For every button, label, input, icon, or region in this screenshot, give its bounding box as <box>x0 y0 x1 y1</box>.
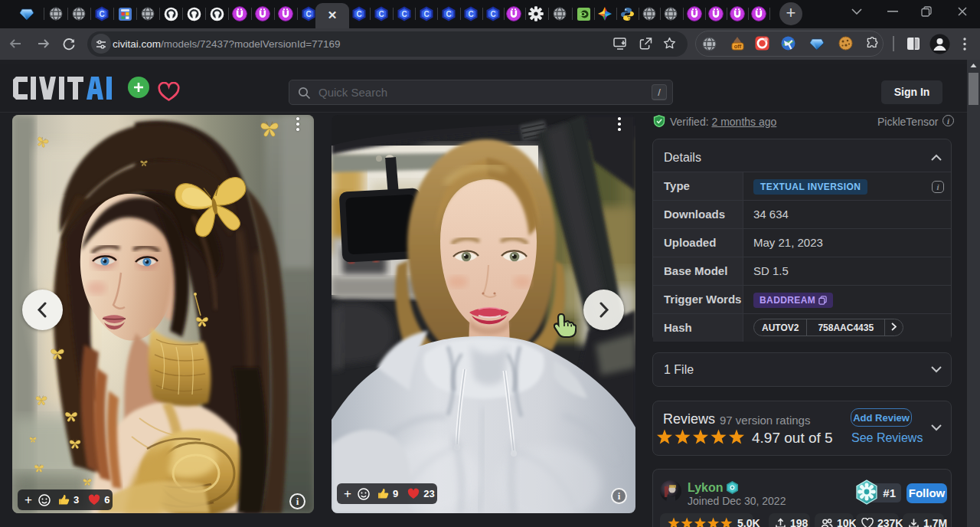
svg-text:C: C <box>468 10 473 18</box>
svg-text:C: C <box>356 10 361 18</box>
svg-text:off: off <box>734 43 742 50</box>
svg-text:C: C <box>378 10 384 18</box>
svg-text:C: C <box>99 10 104 18</box>
svg-text:C: C <box>446 10 451 18</box>
svg-text:C: C <box>490 10 495 18</box>
svg-text:C: C <box>423 10 429 18</box>
svg-text:C: C <box>305 10 311 18</box>
svg-text:C: C <box>401 10 407 18</box>
